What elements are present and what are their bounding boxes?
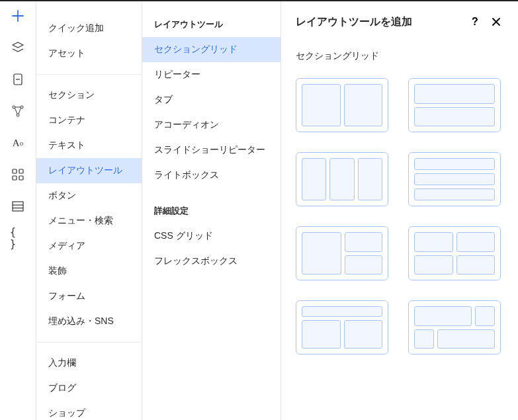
subcategory-item[interactable]: ライトボックス — [142, 163, 281, 188]
subcategory-item[interactable]: CSS グリッド — [142, 224, 281, 249]
help-icon[interactable]: ? — [468, 15, 482, 29]
subcategory-menu: レイアウトツールセクショングリッドリピータータブアコーディオンスライドショーリピ… — [142, 1, 281, 420]
svg-rect-7 — [13, 176, 17, 180]
text-style-icon[interactable]: Ao — [10, 135, 26, 151]
panel-title: レイアウトツールを追加 — [296, 15, 461, 29]
grid-option-3col[interactable] — [296, 152, 388, 206]
subcategory-title: レイアウトツール — [142, 13, 281, 37]
category-item[interactable]: ショップ — [36, 401, 142, 420]
category-item[interactable]: フォーム — [36, 284, 142, 309]
category-item[interactable]: レイアウトツール — [36, 158, 142, 183]
grid-option-2row[interactable] — [408, 78, 501, 132]
layout-grid-options — [281, 67, 518, 365]
apps-icon[interactable] — [10, 167, 26, 183]
subcategory-item[interactable]: スライドショーリピーター — [142, 138, 281, 163]
category-item[interactable]: メディア — [36, 233, 142, 259]
subcategory-item[interactable]: リピーター — [142, 62, 281, 87]
grid-option-top-split[interactable] — [296, 300, 388, 355]
subcategory-title: 詳細設定 — [142, 200, 281, 224]
add-icon[interactable] — [10, 8, 26, 24]
layers-icon[interactable] — [10, 40, 26, 56]
grid-option-3row[interactable] — [408, 152, 501, 206]
category-menu: クイック追加アセットセクションコンテナテキストレイアウトツールボタンメニュー・検… — [36, 1, 142, 420]
close-icon[interactable] — [489, 15, 503, 29]
subcategory-item[interactable]: アコーディオン — [142, 112, 281, 138]
braces-icon[interactable]: { } — [10, 230, 26, 246]
svg-rect-8 — [19, 176, 23, 180]
category-item[interactable]: 装飾 — [36, 259, 142, 284]
grid-option-2col[interactable] — [296, 78, 388, 132]
category-item[interactable]: コンテナ — [36, 108, 142, 133]
grid-option-mixed[interactable] — [408, 300, 501, 355]
page-icon[interactable] — [10, 71, 26, 87]
category-item[interactable]: ボタン — [36, 183, 142, 208]
panel-subtitle: セクショングリッド — [281, 29, 518, 67]
category-item[interactable]: メニュー・検索 — [36, 208, 142, 233]
subcategory-item[interactable]: セクショングリッド — [142, 37, 281, 62]
svg-rect-9 — [13, 202, 23, 211]
category-item[interactable]: クイック追加 — [36, 16, 142, 41]
right-panel: レイアウトツールを追加 ? セクショングリッド — [281, 1, 518, 420]
category-item[interactable]: テキスト — [36, 133, 142, 158]
category-item[interactable]: 入力欄 — [36, 351, 142, 376]
category-item[interactable]: アセット — [36, 41, 142, 66]
table-icon[interactable] — [10, 198, 26, 214]
icon-rail: Ao { } — [0, 1, 36, 420]
category-item[interactable]: 埋め込み・SNS — [36, 309, 142, 334]
subcategory-item[interactable]: タブ — [142, 87, 281, 112]
subcategory-item[interactable]: フレックスボックス — [142, 249, 281, 274]
category-item[interactable]: セクション — [36, 83, 142, 108]
svg-rect-6 — [19, 169, 23, 173]
svg-point-3 — [21, 106, 23, 108]
grid-option-2x2[interactable] — [408, 226, 501, 280]
category-item[interactable]: ブログ — [36, 376, 142, 401]
vector-icon[interactable] — [10, 103, 26, 119]
svg-point-4 — [17, 114, 19, 116]
grid-option-left-stack[interactable] — [296, 226, 388, 280]
svg-point-2 — [13, 106, 15, 108]
svg-rect-5 — [13, 169, 17, 173]
